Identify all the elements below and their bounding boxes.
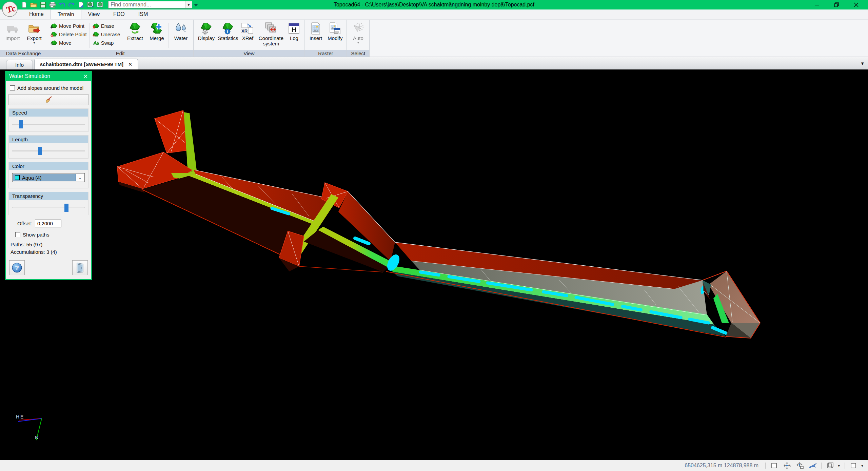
view-2d-dropdown-arrow[interactable]: ▼ [861, 464, 864, 468]
erase-button[interactable]: Erase [91, 22, 122, 29]
import-button[interactable]: Import [2, 21, 23, 41]
swap-button[interactable]: Swap [91, 39, 122, 46]
group-select: Auto ▼ Select [347, 20, 370, 57]
fly-mode-icon[interactable] [808, 462, 817, 470]
window-controls [807, 0, 866, 9]
log-button[interactable]: H Log [285, 21, 302, 41]
run-simulation-button[interactable] [8, 94, 88, 105]
snap-rectangle-icon[interactable] [770, 462, 778, 470]
axis-label-n: N [35, 435, 38, 440]
transparency-group: Transparency [8, 192, 88, 215]
extract-button[interactable]: Extract [124, 21, 146, 41]
minimize-button[interactable] [807, 0, 827, 9]
svg-text:?: ? [15, 264, 19, 271]
group-label-view: View [194, 50, 304, 57]
view-2d-mode-icon[interactable] [849, 462, 858, 470]
speed-group: Speed [8, 108, 88, 132]
export-dropdown-arrow: ▼ [33, 41, 36, 44]
dialog-close-icon[interactable]: ✕ [83, 73, 88, 80]
restore-button[interactable] [827, 0, 846, 9]
show-paths-checkbox[interactable] [15, 232, 20, 237]
dialog-title-bar[interactable]: Water Simulation ✕ [6, 71, 91, 81]
speed-slider-handle[interactable] [19, 120, 23, 128]
drawing-canvas[interactable]: H E N Water Simulation ✕ Add slopes arou… [0, 69, 868, 460]
raster-modify-icon [329, 21, 341, 36]
raster-modify-button[interactable]: Modify [325, 21, 345, 41]
water-icon [174, 21, 188, 36]
color-dropdown[interactable]: Aqua (4) ⌄ [12, 173, 85, 182]
group-view: Display i Statistics XR XRef Coordinate … [194, 20, 304, 57]
tab-close-icon[interactable]: ✕ [128, 61, 133, 67]
color-dropdown-chevron-icon[interactable]: ⌄ [76, 174, 84, 181]
accumulations-count: Accumulations: 3 (4) [11, 249, 88, 255]
help-button[interactable]: ? [9, 260, 25, 275]
import-icon [6, 21, 19, 36]
terrain-model-3d [0, 69, 868, 460]
tab-terrain[interactable]: Terrain [51, 9, 81, 19]
dialog-title: Water Simulation [9, 73, 50, 79]
delete-point-button[interactable]: Delete Point [49, 30, 88, 38]
display-button[interactable]: Display [195, 21, 217, 41]
group-edit: Move Point Delete Point Move Era [47, 20, 194, 57]
aqua-color-swatch [15, 175, 20, 180]
close-button[interactable] [846, 0, 866, 9]
help-icon: ? [12, 262, 22, 273]
speed-slider-track[interactable] [12, 124, 85, 125]
color-label: Color [9, 162, 88, 170]
offset-input[interactable] [35, 220, 61, 227]
customize-toolbar-icon[interactable]: ▬▼ [194, 3, 198, 7]
page-setup-icon[interactable] [77, 1, 85, 9]
print-icon[interactable] [48, 1, 57, 9]
merge-button[interactable]: Merge [146, 21, 167, 41]
svg-text:XR: XR [241, 28, 248, 34]
save-icon[interactable] [39, 1, 47, 9]
unerase-button[interactable]: Unerase [91, 30, 122, 38]
redo-icon[interactable] [67, 1, 76, 9]
move-button[interactable]: Move [49, 39, 88, 46]
tab-view[interactable]: View [81, 9, 106, 19]
tab-document[interactable]: schaktbotten.dtm [SWEREF99 TM] ✕ [34, 59, 138, 69]
undo-icon[interactable] [58, 1, 66, 9]
tab-info[interactable]: Info [6, 60, 33, 69]
raster-insert-button[interactable]: Insert [306, 21, 325, 41]
length-slider-track[interactable] [12, 150, 85, 151]
find-command-input[interactable] [108, 2, 185, 8]
topocad-window: Tc ▼ ▬▼ Topocad64 - C:\Users\jasa\Deskto… [0, 0, 868, 471]
view-3d-mode-icon[interactable] [826, 462, 834, 470]
statistics-button[interactable]: i Statistics [217, 21, 239, 41]
tab-home[interactable]: Home [22, 9, 51, 19]
tab-ism[interactable]: ISM [132, 9, 155, 19]
open-folder-icon[interactable] [29, 1, 38, 9]
add-slopes-checkbox[interactable] [10, 85, 15, 90]
raster-insert-icon [310, 21, 322, 36]
view-settings-icon[interactable] [86, 1, 95, 9]
topocad-logo[interactable]: Tc [2, 1, 18, 17]
length-group: Length [8, 135, 88, 159]
water-button[interactable]: Water [170, 21, 192, 41]
xref-button[interactable]: XR XRef [239, 21, 256, 41]
title-bar: Tc ▼ ▬▼ Topocad64 - C:\Users\jasa\Deskto… [0, 0, 868, 9]
length-slider-handle[interactable] [38, 147, 42, 155]
exit-button[interactable] [72, 260, 88, 275]
speed-label: Speed [9, 109, 88, 117]
svg-text:H: H [292, 26, 296, 34]
export-view-icon[interactable] [96, 1, 104, 9]
coordinate-system-button[interactable]: Coordinate system [256, 21, 285, 46]
transparency-slider-handle[interactable] [64, 204, 68, 212]
new-document-icon[interactable] [20, 1, 28, 9]
export-button[interactable]: Export ▼ [23, 21, 45, 44]
move-point-button[interactable]: Move Point [49, 22, 88, 29]
tab-list-chevron-icon[interactable]: ▼ [860, 61, 865, 66]
find-dropdown-arrow[interactable]: ▼ [185, 1, 192, 8]
transparency-slider-track[interactable] [12, 207, 85, 208]
group-label-select: Select [347, 50, 369, 57]
pan-mode-icon[interactable] [783, 462, 791, 470]
log-icon: H [288, 21, 300, 36]
axis-label-e: E [20, 414, 23, 419]
pan-drag-mode-icon[interactable] [795, 462, 804, 470]
merge-icon [150, 21, 164, 36]
auto-select-button[interactable]: Auto ▼ [349, 21, 368, 44]
tab-fdo[interactable]: FDO [106, 9, 132, 19]
group-label-data-exchange: Data Exchange [0, 50, 47, 57]
view-3d-dropdown-arrow[interactable]: ▼ [837, 464, 841, 468]
